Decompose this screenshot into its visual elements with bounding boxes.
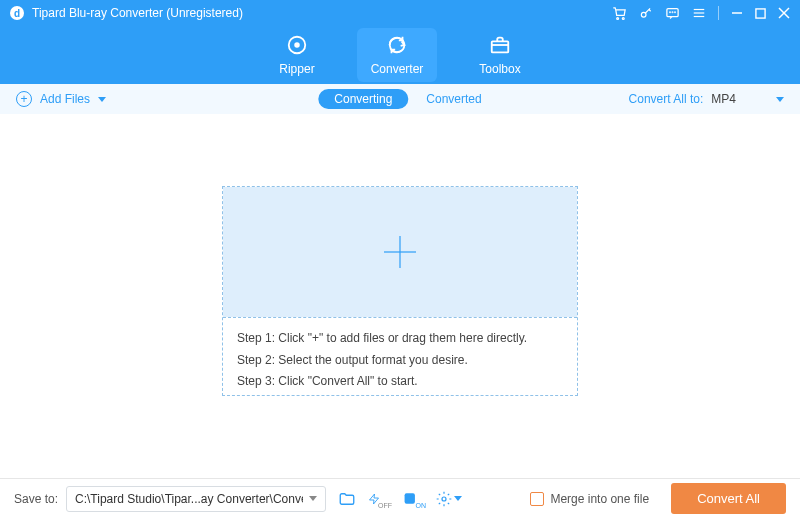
- drop-box: Step 1: Click "+" to add files or drag t…: [222, 186, 578, 396]
- svg-point-15: [295, 43, 299, 47]
- nav-toolbox[interactable]: Toolbox: [465, 28, 534, 82]
- drop-zone[interactable]: [223, 187, 577, 317]
- svg-point-2: [641, 12, 646, 17]
- save-path-input[interactable]: C:\Tipard Studio\Tipar...ay Converter\Co…: [66, 486, 326, 512]
- save-to-label: Save to:: [14, 492, 58, 506]
- output-format-value: MP4: [711, 92, 736, 106]
- lightning-button[interactable]: OFF: [368, 486, 394, 512]
- content-area: Step 1: Click "+" to add files or drag t…: [0, 114, 800, 478]
- tab-converted[interactable]: Converted: [426, 92, 481, 106]
- step-2: Step 2: Select the output format you des…: [237, 350, 563, 372]
- svg-point-5: [672, 11, 673, 12]
- settings-button[interactable]: [436, 486, 462, 512]
- toolbox-icon: [489, 34, 511, 56]
- main-nav: Ripper Converter Toolbox: [0, 26, 800, 84]
- nav-toolbox-label: Toolbox: [479, 62, 520, 76]
- app-logo-icon: d: [10, 6, 24, 20]
- step-3: Step 3: Click "Convert All" to start.: [237, 371, 563, 393]
- menu-icon[interactable]: [692, 6, 706, 20]
- converter-icon: [386, 34, 408, 56]
- chevron-down-icon: [776, 97, 784, 102]
- svg-rect-11: [756, 8, 765, 17]
- svg-point-6: [675, 11, 676, 12]
- footer-bar: Save to: C:\Tipard Studio\Tipar...ay Con…: [0, 478, 800, 518]
- merge-label: Merge into one file: [550, 492, 649, 506]
- chevron-down-icon: [98, 97, 106, 102]
- checkbox-icon: [530, 492, 544, 506]
- merge-checkbox[interactable]: Merge into one file: [530, 492, 649, 506]
- nav-converter-label: Converter: [371, 62, 424, 76]
- step-1: Step 1: Click "+" to add files or drag t…: [237, 328, 563, 350]
- browse-folder-button[interactable]: [334, 486, 360, 512]
- titlebar: d Tipard Blu-ray Converter (Unregistered…: [0, 0, 800, 26]
- system-buttons: [612, 6, 790, 21]
- key-icon[interactable]: [639, 6, 653, 20]
- svg-rect-16: [492, 41, 509, 52]
- output-format-select[interactable]: MP4: [711, 92, 784, 106]
- svg-point-0: [617, 17, 619, 19]
- nav-converter[interactable]: Converter: [357, 28, 438, 82]
- big-plus-icon: [380, 232, 420, 272]
- maximize-button[interactable]: [755, 8, 766, 19]
- minimize-button[interactable]: [731, 7, 743, 19]
- convert-all-to-label: Convert All to:: [629, 92, 704, 106]
- chevron-down-icon: [309, 496, 317, 501]
- chevron-down-icon: [454, 496, 462, 501]
- nav-ripper[interactable]: Ripper: [265, 28, 328, 82]
- svg-rect-20: [405, 493, 415, 503]
- add-files-label: Add Files: [40, 92, 90, 106]
- close-button[interactable]: [778, 7, 790, 19]
- convert-all-button[interactable]: Convert All: [671, 483, 786, 514]
- svg-point-21: [442, 497, 446, 501]
- save-path-value: C:\Tipard Studio\Tipar...ay Converter\Co…: [75, 492, 303, 506]
- tab-converting[interactable]: Converting: [318, 89, 408, 109]
- instruction-steps: Step 1: Click "+" to add files or drag t…: [223, 318, 577, 403]
- add-files-button[interactable]: + Add Files: [16, 91, 106, 107]
- svg-point-4: [670, 11, 671, 12]
- ripper-icon: [286, 34, 308, 56]
- plus-circle-icon: +: [16, 91, 32, 107]
- svg-point-1: [622, 17, 624, 19]
- sub-toolbar: + Add Files Converting Converted Convert…: [0, 84, 800, 114]
- feedback-icon[interactable]: [665, 6, 680, 21]
- gpu-button[interactable]: ON: [402, 486, 428, 512]
- cart-icon[interactable]: [612, 6, 627, 21]
- nav-ripper-label: Ripper: [279, 62, 314, 76]
- window-title: Tipard Blu-ray Converter (Unregistered): [32, 6, 243, 20]
